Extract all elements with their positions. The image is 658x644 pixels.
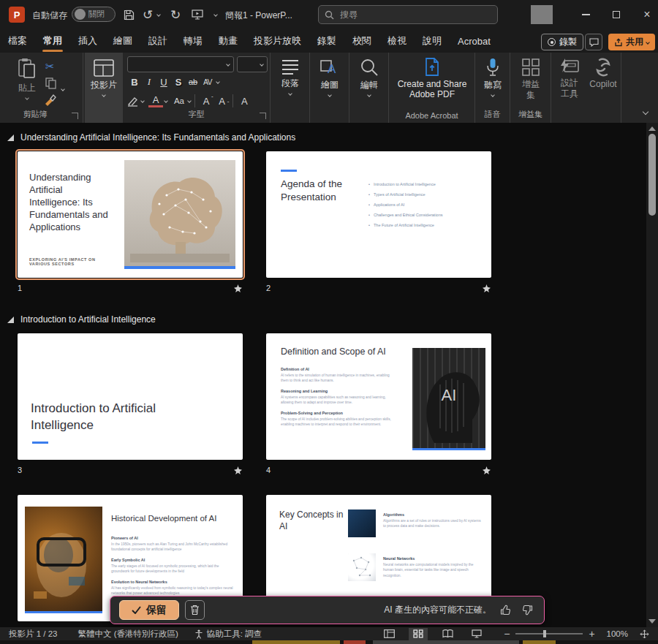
font-size-combo[interactable] — [237, 56, 268, 72]
highlight-dropdown[interactable] — [140, 99, 145, 103]
addins-button[interactable]: 增益集 — [517, 58, 545, 101]
tab-review[interactable]: 校閱 — [344, 29, 379, 53]
tab-transitions[interactable]: 轉場 — [175, 29, 211, 53]
text-shadow-button[interactable]: S — [171, 75, 186, 89]
drawing-button[interactable]: A 繪圖 — [315, 58, 344, 96]
tab-insert[interactable]: 插入 — [70, 29, 105, 53]
slide2-transition-star-icon[interactable] — [483, 284, 491, 292]
undo-dropdown[interactable] — [154, 6, 163, 23]
fit-to-window-button[interactable] — [634, 627, 655, 640]
ribbon: 貼上 ✂ 剪貼簿 投影片 — [0, 53, 658, 123]
section-header-2[interactable]: Introduction to Artificial Intelligence — [7, 314, 156, 325]
cut-button[interactable]: ✂ — [45, 60, 55, 73]
slide-counter[interactable]: 投影片 1 / 23 — [3, 627, 63, 640]
slide-thumbnail-4[interactable]: Definition and Scope of AI Definition of… — [266, 333, 491, 460]
font-color-dropdown[interactable] — [164, 99, 168, 103]
slide-sorter-view-button[interactable] — [409, 628, 428, 640]
clipboard-dialog-launcher[interactable] — [72, 113, 78, 119]
search-input[interactable] — [340, 10, 479, 20]
font-name-combo[interactable] — [127, 56, 234, 72]
designer-icon — [560, 58, 579, 75]
close-button[interactable]: × — [632, 0, 658, 29]
copy-button[interactable] — [45, 77, 56, 89]
character-spacing-button[interactable]: AV — [200, 75, 215, 89]
normal-view-button[interactable] — [379, 628, 398, 640]
designer-button[interactable]: 設計工具 — [554, 58, 585, 99]
trash-icon — [190, 605, 200, 615]
italic-button[interactable]: I — [142, 75, 156, 89]
underline-button[interactable]: U — [156, 75, 171, 89]
slide-thumbnail-1[interactable]: Understanding Artificial Intelligence: I… — [18, 151, 243, 278]
new-slide-button[interactable]: 投影片 — [89, 59, 118, 96]
tab-design[interactable]: 設計 — [140, 29, 175, 53]
share-button[interactable]: 共用 — [608, 34, 655, 50]
scrollbar-thumb[interactable] — [648, 134, 656, 216]
bold-button[interactable]: B — [127, 75, 142, 89]
tab-home[interactable]: 常用 — [35, 29, 70, 53]
redo-button[interactable]: ↻ — [167, 6, 184, 23]
delete-button[interactable] — [185, 600, 205, 620]
copy-dropdown[interactable] — [61, 80, 64, 94]
paragraph-button[interactable]: 段落 — [276, 59, 305, 95]
clear-formatting-button[interactable]: A — [237, 94, 252, 108]
thumbs-up-button[interactable] — [497, 602, 513, 618]
powerpoint-app-icon[interactable]: P — [9, 7, 25, 23]
tab-record[interactable]: 錄製 — [309, 29, 344, 53]
account-avatar[interactable] — [531, 5, 553, 24]
slide1-number: 1 — [18, 284, 22, 292]
autosave-toggle[interactable]: 關閉 — [72, 7, 116, 22]
zoom-slider-thumb[interactable] — [543, 630, 546, 637]
tab-file[interactable]: 檔案 — [0, 29, 35, 53]
slide1-subtitle: EXPLORING AI'S IMPACT ON VARIOUS SECTORS — [29, 257, 111, 266]
highlight-pen-icon[interactable] — [127, 96, 140, 107]
record-button[interactable]: 錄製 — [541, 34, 583, 50]
paste-button[interactable]: 貼上 — [18, 58, 37, 99]
create-adobe-pdf-button[interactable]: Create and Share Adobe PDF — [396, 58, 469, 100]
slideshow-view-button[interactable] — [467, 628, 486, 640]
accessibility-button[interactable]: 協助工具: 調查 — [189, 627, 268, 640]
tab-draw[interactable]: 繪圖 — [105, 29, 140, 53]
font-dialog-launcher[interactable] — [260, 113, 266, 119]
case-dropdown[interactable] — [187, 99, 192, 103]
strikethrough-button[interactable]: ab — [186, 75, 200, 89]
slide-thumbnail-3[interactable]: Introduction to Artificial Intelligence — [18, 333, 243, 460]
minimize-button[interactable] — [570, 0, 601, 29]
comments-button[interactable] — [585, 34, 602, 50]
reading-view-button[interactable] — [438, 628, 457, 640]
keep-button[interactable]: 保留 — [119, 600, 179, 620]
slide1-transition-star-icon[interactable] — [234, 284, 242, 292]
format-painter-button[interactable] — [44, 94, 57, 106]
collapse-ribbon-button[interactable] — [643, 104, 648, 117]
tab-slideshow[interactable]: 投影片放映 — [246, 29, 309, 53]
save-button[interactable] — [120, 6, 137, 23]
start-slideshow-button[interactable] — [189, 6, 206, 23]
slide4-number: 4 — [266, 466, 271, 474]
maximize-button[interactable] — [601, 0, 632, 29]
thumbs-down-button[interactable] — [519, 602, 535, 618]
spacing-dropdown[interactable] — [216, 80, 220, 84]
tab-animations[interactable]: 動畫 — [211, 29, 246, 53]
section-header-1[interactable]: Understanding Artificial Intelligence: I… — [7, 132, 295, 143]
scroll-down-arrow[interactable] — [648, 619, 656, 624]
copilot-button[interactable]: Copilot — [586, 58, 620, 89]
language-button[interactable]: 繁體中文 (香港特別行政區) — [72, 627, 184, 640]
slide4-transition-star-icon[interactable] — [483, 466, 491, 474]
slide3-transition-star-icon[interactable] — [234, 466, 242, 474]
font-color-button[interactable]: A — [148, 95, 163, 107]
zoom-out-button[interactable]: − — [498, 627, 515, 640]
scroll-up-arrow[interactable] — [648, 126, 656, 131]
tab-view[interactable]: 檢視 — [379, 29, 415, 53]
voice-group: 聽寫 語音 — [475, 53, 510, 123]
quick-access-dropdown[interactable] — [211, 6, 221, 23]
tab-help[interactable]: 說明 — [415, 29, 450, 53]
change-case-button[interactable]: Aa — [172, 94, 186, 108]
search-bar[interactable] — [318, 5, 498, 24]
slide-thumbnail-2[interactable]: Agenda of the Presentation Introduction … — [266, 151, 491, 278]
slide2-number: 2 — [266, 284, 271, 292]
zoom-level[interactable]: 100% — [601, 627, 634, 640]
zoom-slider[interactable] — [515, 633, 583, 634]
editing-button[interactable]: 編輯 — [355, 58, 384, 96]
dictate-button[interactable]: 聽寫 — [478, 58, 507, 96]
zoom-in-button[interactable]: + — [583, 627, 600, 640]
tab-acrobat[interactable]: Acrobat — [450, 29, 499, 53]
